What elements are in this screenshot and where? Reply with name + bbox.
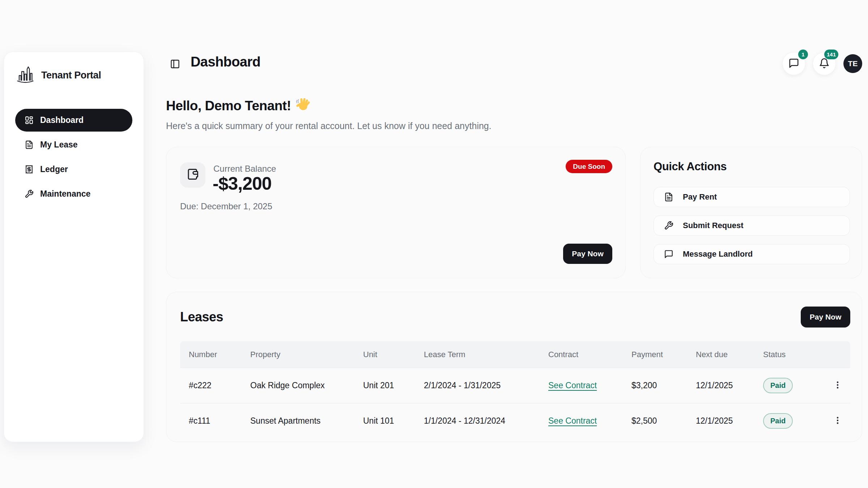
lease-next-due: 12/1/2025 (687, 416, 754, 426)
bell-icon (819, 58, 830, 70)
status-badge: Paid (763, 378, 793, 393)
leases-table: Number Property Unit Lease Term Contract… (180, 341, 850, 438)
pay-rent-button[interactable]: Pay Rent (654, 187, 850, 207)
sidebar-item-label: Dashboard (40, 115, 84, 125)
sidebar-item-label: My Lease (40, 140, 78, 150)
row-menu-button[interactable] (830, 378, 845, 393)
col-header-contract: Contract (540, 350, 623, 359)
buildings-logo-icon (17, 64, 34, 86)
lease-row: #c111 Sunset Apartments Unit 101 1/1/202… (180, 403, 850, 438)
see-contract-link[interactable]: See Contract (548, 381, 597, 390)
balance-label: Current Balance (213, 164, 276, 174)
message-square-icon (788, 58, 799, 70)
lease-row: #c222 Oak Ridge Complex Unit 201 2/1/202… (180, 368, 850, 403)
lease-term: 2/1/2024 - 1/31/2025 (415, 381, 540, 390)
quick-actions-title: Quick Actions (654, 160, 727, 173)
greeting-title: Hello, Demo Tenant! (166, 97, 310, 115)
user-avatar[interactable]: TE (843, 54, 862, 73)
lease-payment: $3,200 (623, 381, 687, 390)
lease-payment: $2,500 (623, 416, 687, 426)
lease-term: 1/1/2024 - 12/31/2024 (415, 416, 540, 426)
lease-unit: Unit 101 (354, 416, 415, 426)
wallet-icon-tile (180, 162, 205, 188)
messages-button[interactable]: 1 (782, 52, 805, 75)
leases-card: Leases Pay Now Number Property Unit Leas… (166, 292, 862, 442)
col-header-lease-term: Lease Term (415, 350, 540, 359)
sidebar-item-maintenance[interactable]: Maintenance (15, 183, 132, 205)
sidebar: Tenant Portal Dashboard (4, 52, 144, 442)
sidebar-item-ledger[interactable]: Ledger (15, 158, 132, 181)
greeting-text: Hello, Demo Tenant! (166, 98, 291, 114)
pay-now-button[interactable]: Pay Now (563, 244, 612, 264)
app-logo: Tenant Portal (15, 64, 132, 86)
sidebar-item-dashboard[interactable]: Dashboard (15, 109, 132, 132)
status-badge: Paid (763, 413, 793, 429)
due-date-text: Due: December 1, 2025 (180, 201, 272, 211)
more-vertical-icon (833, 380, 842, 391)
lease-next-due: 12/1/2025 (687, 381, 754, 390)
wrench-icon (664, 221, 673, 230)
file-text-icon (664, 192, 673, 202)
action-label: Message Landlord (683, 249, 753, 259)
col-header-next-due: Next due (687, 350, 754, 359)
leases-pay-now-button[interactable]: Pay Now (801, 307, 850, 328)
action-label: Submit Request (683, 221, 743, 230)
wallet-icon (186, 168, 199, 182)
quick-actions-list: Pay Rent Submit Request Message Landlord (654, 187, 850, 264)
notifications-button[interactable]: 141 (813, 52, 836, 75)
page-title: Dashboard (191, 54, 260, 70)
lease-property: Sunset Apartments (242, 416, 354, 426)
leases-title: Leases (180, 309, 223, 325)
sidebar-item-label: Ledger (40, 164, 68, 174)
layout-dashboard-icon (25, 116, 34, 125)
row-menu-button[interactable] (830, 414, 845, 428)
sidebar-nav: Dashboard My Lease Ledge (15, 109, 132, 205)
tenant-portal-page: Tenant Portal Dashboard (0, 0, 868, 488)
leases-table-header: Number Property Unit Lease Term Contract… (180, 341, 850, 368)
col-header-unit: Unit (354, 350, 415, 359)
message-square-icon (664, 249, 673, 259)
messages-count-badge: 1 (798, 50, 808, 59)
col-header-status: Status (754, 350, 822, 359)
sidebar-item-my-lease[interactable]: My Lease (15, 133, 132, 156)
submit-request-button[interactable]: Submit Request (654, 215, 850, 236)
col-header-payment: Payment (623, 350, 687, 359)
sidebar-item-label: Maintenance (40, 189, 90, 199)
wave-emoji (296, 97, 310, 115)
quick-actions-card: Quick Actions Pay Rent Submit Request (640, 147, 862, 278)
panel-left-icon (170, 59, 180, 70)
action-label: Pay Rent (683, 192, 717, 202)
see-contract-link[interactable]: See Contract (548, 416, 597, 425)
lease-number: #c222 (180, 381, 242, 390)
lease-property: Oak Ridge Complex (242, 381, 354, 390)
file-text-icon (25, 140, 34, 149)
notifications-count-badge: 141 (824, 50, 838, 59)
col-header-number: Number (180, 350, 242, 359)
more-vertical-icon (833, 416, 842, 426)
balance-amount: -$3,200 (213, 173, 272, 194)
leases-header: Leases Pay Now (166, 292, 862, 328)
receipt-icon (25, 165, 34, 174)
current-balance-card: Current Balance -$3,200 Due Soon Due: De… (166, 147, 626, 278)
lease-number: #c111 (180, 416, 242, 426)
message-landlord-button[interactable]: Message Landlord (654, 244, 850, 264)
greeting-subtitle: Here's a quick summary of your rental ac… (166, 121, 492, 131)
lease-unit: Unit 201 (354, 381, 415, 390)
due-soon-badge: Due Soon (566, 160, 612, 173)
app-title: Tenant Portal (41, 70, 101, 81)
col-header-property: Property (242, 350, 354, 359)
sidebar-toggle-button[interactable] (168, 57, 182, 72)
wrench-icon (25, 189, 34, 198)
